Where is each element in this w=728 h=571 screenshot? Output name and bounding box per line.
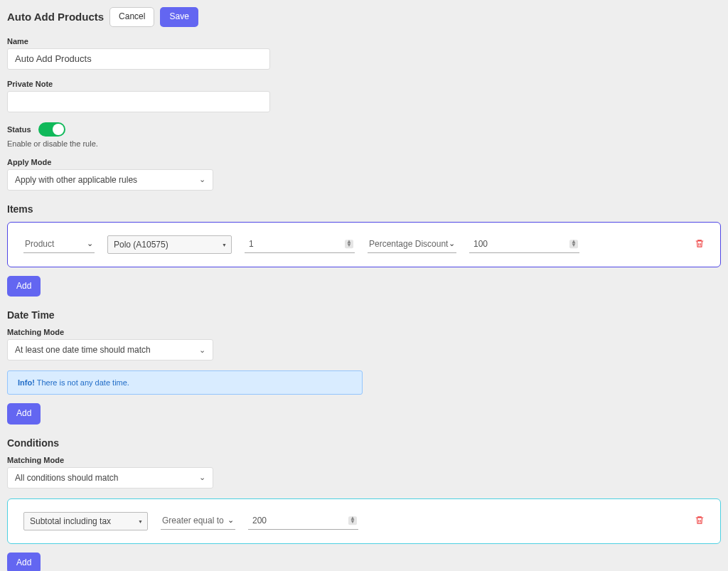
item-type-value: Product — [25, 239, 54, 249]
name-label: Name — [7, 37, 721, 46]
conditions-matching-mode-value: All conditions should match — [15, 473, 118, 483]
add-condition-button[interactable]: Add — [7, 553, 41, 571]
qty-value: 1 — [249, 239, 254, 249]
datetime-info-banner: Info! There is not any date time. — [7, 370, 363, 395]
triangle-down-icon: ▼ — [222, 242, 227, 247]
apply-mode-value: Apply with other applicable rules — [15, 175, 137, 185]
items-heading: Items — [7, 203, 721, 215]
status-toggle[interactable] — [38, 122, 65, 137]
conditions-matching-mode-label: Matching Mode — [7, 456, 721, 464]
datetime-matching-mode-label: Matching Mode — [7, 328, 721, 336]
conditions-matching-mode-select[interactable]: All conditions should match ⌄ — [7, 467, 213, 489]
items-panel: Product ⌄ Polo (A10575) ▼ 1 ▲▼ Percentag… — [7, 222, 721, 267]
chevron-down-icon: ⌄ — [87, 239, 93, 248]
condition-field-select[interactable]: Subtotal including tax ▼ — [23, 512, 148, 530]
product-value: Polo (A10575) — [114, 240, 168, 250]
items-row: Product ⌄ Polo (A10575) ▼ 1 ▲▼ Percentag… — [23, 235, 705, 254]
status-label: Status — [7, 125, 31, 134]
conditions-panel: Subtotal including tax ▼ Greater equal t… — [7, 498, 721, 544]
condition-value-input[interactable]: 200 ▲▼ — [248, 513, 358, 530]
discount-type-value: Percentage Discount — [369, 239, 448, 249]
discount-value-input[interactable]: 100 ▲▼ — [469, 236, 579, 253]
cancel-button[interactable]: Cancel — [109, 7, 154, 27]
chevron-down-icon: ⌄ — [199, 346, 205, 355]
discount-value: 100 — [473, 239, 488, 249]
delete-condition-button[interactable] — [695, 515, 705, 528]
discount-type-select[interactable]: Percentage Discount ⌄ — [368, 236, 456, 253]
stepper-icon[interactable]: ▲▼ — [569, 240, 578, 248]
chevron-down-icon: ⌄ — [228, 516, 234, 525]
info-text: There is not any date time. — [35, 378, 129, 387]
add-datetime-button[interactable]: Add — [7, 403, 41, 425]
item-type-select[interactable]: Product ⌄ — [23, 236, 95, 253]
condition-field-value: Subtotal including tax — [30, 516, 111, 526]
private-note-input[interactable] — [7, 91, 270, 112]
page-title: Auto Add Products — [7, 11, 104, 23]
info-prefix: Info! — [18, 378, 35, 387]
condition-operator-select[interactable]: Greater equal to ⌄ — [161, 513, 235, 530]
chevron-down-icon: ⌄ — [449, 239, 455, 248]
stepper-icon[interactable]: ▲▼ — [345, 240, 353, 248]
stepper-icon[interactable]: ▲▼ — [348, 516, 357, 525]
conditions-heading: Conditions — [7, 437, 721, 449]
save-button[interactable]: Save — [160, 7, 198, 27]
datetime-heading: Date Time — [7, 309, 721, 321]
condition-row: Subtotal including tax ▼ Greater equal t… — [23, 512, 705, 530]
chevron-down-icon: ⌄ — [199, 473, 205, 482]
status-helper: Enable or disable the rule. — [7, 139, 721, 148]
triangle-down-icon: ▼ — [138, 518, 143, 523]
condition-operator-value: Greater equal to — [162, 516, 224, 525]
add-item-button[interactable]: Add — [7, 276, 41, 297]
delete-item-button[interactable] — [695, 238, 705, 251]
apply-mode-select[interactable]: Apply with other applicable rules ⌄ — [7, 169, 213, 191]
private-note-label: Private Note — [7, 80, 721, 88]
apply-mode-label: Apply Mode — [7, 158, 721, 166]
datetime-matching-mode-select[interactable]: At least one date time should match ⌄ — [7, 339, 213, 361]
product-select[interactable]: Polo (A10575) ▼ — [107, 235, 232, 254]
datetime-matching-mode-value: At least one date time should match — [15, 345, 151, 355]
qty-input[interactable]: 1 ▲▼ — [245, 236, 355, 253]
chevron-down-icon: ⌄ — [199, 175, 205, 184]
name-input[interactable] — [7, 48, 270, 70]
condition-value: 200 — [252, 516, 267, 525]
